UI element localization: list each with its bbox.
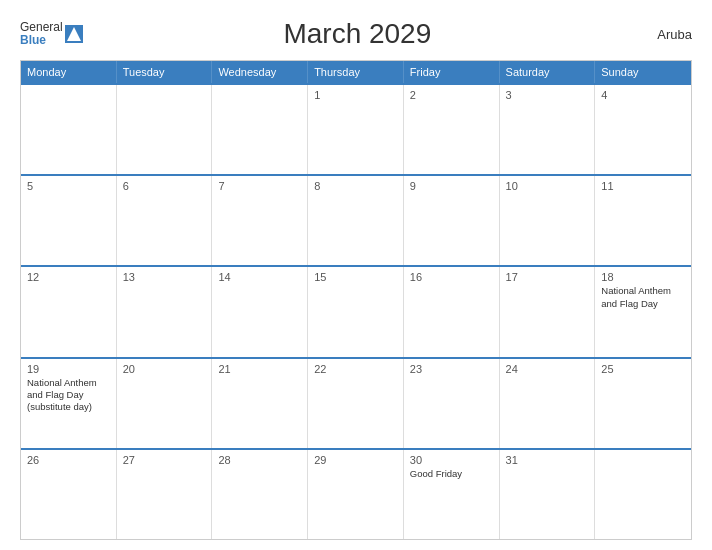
calendar-cell-1-2: 7 (212, 176, 308, 265)
day-number: 25 (601, 363, 685, 375)
day-number: 22 (314, 363, 397, 375)
day-number: 18 (601, 271, 685, 283)
calendar-cell-1-1: 6 (117, 176, 213, 265)
day-number: 28 (218, 454, 301, 466)
calendar-cell-0-0 (21, 85, 117, 174)
day-number: 5 (27, 180, 110, 192)
day-number: 13 (123, 271, 206, 283)
calendar-header: Monday Tuesday Wednesday Thursday Friday… (21, 61, 691, 83)
calendar-cell-1-0: 5 (21, 176, 117, 265)
event-label: National Anthem and Flag Day (substitute… (27, 377, 110, 414)
page: General Blue March 2029 Aruba Monday Tue… (0, 0, 712, 550)
calendar-cell-3-4: 23 (404, 359, 500, 448)
calendar-cell-3-6: 25 (595, 359, 691, 448)
calendar-cell-1-5: 10 (500, 176, 596, 265)
day-number: 1 (314, 89, 397, 101)
calendar: Monday Tuesday Wednesday Thursday Friday… (20, 60, 692, 540)
calendar-cell-1-6: 11 (595, 176, 691, 265)
calendar-cell-4-5: 31 (500, 450, 596, 539)
calendar-cell-0-1 (117, 85, 213, 174)
calendar-cell-2-5: 17 (500, 267, 596, 356)
day-number: 8 (314, 180, 397, 192)
calendar-cell-4-1: 27 (117, 450, 213, 539)
header-saturday: Saturday (500, 61, 596, 83)
day-number: 29 (314, 454, 397, 466)
logo: General Blue (20, 21, 83, 47)
calendar-row-4: 2627282930Good Friday31 (21, 448, 691, 539)
day-number: 27 (123, 454, 206, 466)
calendar-cell-0-3: 1 (308, 85, 404, 174)
calendar-cell-3-5: 24 (500, 359, 596, 448)
calendar-row-1: 567891011 (21, 174, 691, 265)
calendar-cell-3-3: 22 (308, 359, 404, 448)
day-number: 14 (218, 271, 301, 283)
calendar-cell-4-0: 26 (21, 450, 117, 539)
day-number: 9 (410, 180, 493, 192)
day-number: 6 (123, 180, 206, 192)
calendar-cell-3-1: 20 (117, 359, 213, 448)
calendar-cell-0-2 (212, 85, 308, 174)
day-number: 20 (123, 363, 206, 375)
calendar-cell-0-6: 4 (595, 85, 691, 174)
day-number: 21 (218, 363, 301, 375)
calendar-row-2: 12131415161718National Anthem and Flag D… (21, 265, 691, 356)
day-number: 4 (601, 89, 685, 101)
header-monday: Monday (21, 61, 117, 83)
day-number: 31 (506, 454, 589, 466)
calendar-row-0: 1234 (21, 83, 691, 174)
day-number: 19 (27, 363, 110, 375)
calendar-cell-2-2: 14 (212, 267, 308, 356)
header: General Blue March 2029 Aruba (20, 18, 692, 50)
day-number: 30 (410, 454, 493, 466)
calendar-cell-1-4: 9 (404, 176, 500, 265)
logo-blue-text: Blue (20, 34, 63, 47)
day-number: 16 (410, 271, 493, 283)
calendar-cell-4-3: 29 (308, 450, 404, 539)
day-number: 23 (410, 363, 493, 375)
event-label: Good Friday (410, 468, 493, 480)
calendar-cell-2-3: 15 (308, 267, 404, 356)
logo-flag-icon (65, 25, 83, 43)
day-number: 24 (506, 363, 589, 375)
day-number: 26 (27, 454, 110, 466)
header-thursday: Thursday (308, 61, 404, 83)
calendar-cell-3-2: 21 (212, 359, 308, 448)
header-friday: Friday (404, 61, 500, 83)
calendar-cell-2-0: 12 (21, 267, 117, 356)
day-number: 2 (410, 89, 493, 101)
header-sunday: Sunday (595, 61, 691, 83)
day-number: 11 (601, 180, 685, 192)
calendar-row-3: 19National Anthem and Flag Day (substitu… (21, 357, 691, 448)
calendar-cell-2-4: 16 (404, 267, 500, 356)
day-number: 3 (506, 89, 589, 101)
day-number: 10 (506, 180, 589, 192)
day-number: 12 (27, 271, 110, 283)
calendar-cell-3-0: 19National Anthem and Flag Day (substitu… (21, 359, 117, 448)
calendar-title: March 2029 (83, 18, 632, 50)
calendar-cell-4-4: 30Good Friday (404, 450, 500, 539)
calendar-cell-0-4: 2 (404, 85, 500, 174)
calendar-cell-2-6: 18National Anthem and Flag Day (595, 267, 691, 356)
calendar-cell-4-6 (595, 450, 691, 539)
calendar-body: 123456789101112131415161718National Anth… (21, 83, 691, 539)
calendar-cell-4-2: 28 (212, 450, 308, 539)
calendar-cell-2-1: 13 (117, 267, 213, 356)
day-number: 15 (314, 271, 397, 283)
day-number: 17 (506, 271, 589, 283)
header-wednesday: Wednesday (212, 61, 308, 83)
day-number: 7 (218, 180, 301, 192)
calendar-cell-0-5: 3 (500, 85, 596, 174)
header-tuesday: Tuesday (117, 61, 213, 83)
event-label: National Anthem and Flag Day (601, 285, 685, 310)
calendar-cell-1-3: 8 (308, 176, 404, 265)
country-label: Aruba (632, 27, 692, 42)
